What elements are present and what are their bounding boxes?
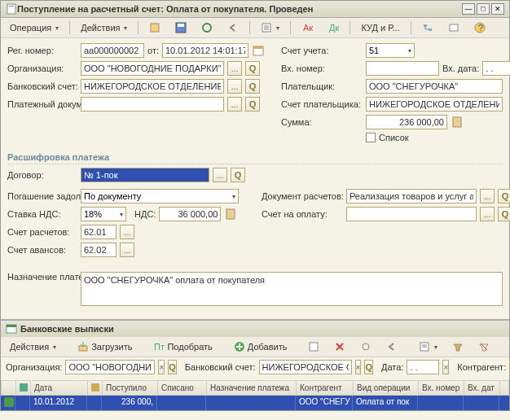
vh-data-input[interactable] bbox=[482, 61, 510, 76]
org-info-button[interactable]: Q bbox=[245, 61, 260, 76]
date-input[interactable] bbox=[162, 43, 248, 58]
payer-label: Плательщик: bbox=[281, 81, 363, 91]
row-status-icon bbox=[4, 397, 14, 407]
nds-label: НДС: bbox=[134, 209, 156, 219]
nds-input[interactable] bbox=[159, 207, 221, 221]
filter-bank-clear[interactable]: × bbox=[355, 360, 362, 374]
filter-bank-q[interactable]: Q bbox=[364, 360, 373, 374]
purpose-textarea[interactable] bbox=[81, 272, 503, 306]
svg-rect-1 bbox=[9, 6, 14, 7]
filter-org-label: Организация: bbox=[6, 362, 62, 372]
paydoc-label: Платежный документ: bbox=[7, 99, 77, 109]
bank-input[interactable] bbox=[81, 79, 224, 94]
org-input[interactable] bbox=[81, 61, 224, 76]
sub-akt-icon[interactable]: Ак bbox=[505, 339, 510, 355]
filter-org-clear[interactable]: × bbox=[158, 360, 165, 374]
vh-nomer-input[interactable] bbox=[366, 61, 439, 76]
load-button[interactable]: Загрузить bbox=[72, 339, 138, 355]
tb-back-icon[interactable] bbox=[222, 20, 244, 36]
schet-rasch-button[interactable]: ... bbox=[120, 225, 134, 239]
vh-nomer-label: Вх. номер: bbox=[281, 63, 363, 73]
schet-oplatu-button[interactable]: ... bbox=[480, 207, 495, 221]
svg-rect-4 bbox=[178, 24, 184, 27]
pogash-combo[interactable]: По документу▾ bbox=[81, 189, 239, 203]
add-button[interactable]: Добавить bbox=[228, 339, 293, 355]
tb-tree-icon[interactable] bbox=[416, 20, 439, 36]
bank-select-button[interactable]: ... bbox=[227, 79, 242, 94]
doc-rasch-input[interactable] bbox=[346, 189, 477, 203]
sub-tb7[interactable] bbox=[473, 339, 495, 355]
payer-input[interactable] bbox=[366, 79, 503, 94]
actions-menu[interactable]: Действия▾ bbox=[75, 20, 133, 35]
reg-number-input[interactable] bbox=[81, 43, 144, 58]
sum-input[interactable] bbox=[366, 115, 447, 129]
table-row[interactable]: 10.01.2012 236 000, ООО "СНЕГУ Оплата от… bbox=[1, 396, 509, 410]
sub-tb5[interactable]: ▾ bbox=[413, 339, 443, 355]
tb-help-icon[interactable]: ? bbox=[468, 20, 491, 36]
paydoc-select-button[interactable]: ... bbox=[227, 97, 242, 112]
bank-info-button[interactable]: Q bbox=[245, 79, 260, 94]
svg-rect-0 bbox=[7, 4, 15, 14]
tb-dkt-icon[interactable]: Дк bbox=[322, 20, 345, 36]
filter-org-input[interactable] bbox=[65, 360, 155, 374]
schet-avans-button[interactable]: ... bbox=[120, 243, 134, 257]
nds-rate-label: Ставка НДС: bbox=[7, 209, 77, 219]
dogovor-select-button[interactable]: ... bbox=[213, 168, 227, 182]
nds-rate-combo[interactable]: 18%▾ bbox=[81, 207, 126, 221]
kudr-button[interactable]: КУД и Р... bbox=[355, 20, 405, 35]
sub-tb3[interactable] bbox=[354, 339, 377, 355]
filter-org-q[interactable]: Q bbox=[168, 360, 177, 374]
schet-oplatu-input[interactable] bbox=[346, 207, 477, 221]
filter-date-input[interactable] bbox=[407, 360, 439, 374]
pogash-label: Погашение задолженности: bbox=[7, 191, 77, 201]
calendar-icon[interactable] bbox=[252, 44, 265, 57]
tb-list-icon[interactable]: ▾ bbox=[255, 20, 285, 36]
paydoc-input[interactable] bbox=[81, 97, 224, 112]
sub-tb1[interactable] bbox=[302, 339, 325, 355]
schet-avans-input[interactable] bbox=[81, 243, 117, 257]
tb-save-icon[interactable] bbox=[169, 20, 192, 36]
sub-actions-menu[interactable]: Действия▾ bbox=[4, 339, 62, 354]
svg-rect-21 bbox=[7, 325, 16, 327]
payer-acc-input[interactable] bbox=[366, 97, 503, 112]
sum-label: Сумма: bbox=[281, 117, 363, 127]
paydoc-info-button[interactable]: Q bbox=[245, 97, 260, 112]
maximize-button[interactable]: □ bbox=[477, 3, 490, 15]
schet-oplatu-info-button[interactable]: Q bbox=[498, 207, 510, 221]
tb-refresh-icon[interactable] bbox=[196, 20, 218, 36]
grid-header: Дата Поступило Списано Назначение платеж… bbox=[1, 380, 509, 396]
nds-calc-icon[interactable] bbox=[224, 208, 237, 221]
sub-tb4[interactable] bbox=[380, 339, 403, 355]
sub-tb2[interactable] bbox=[328, 339, 351, 355]
pick-button[interactable]: ПтПодобрать bbox=[147, 339, 218, 355]
operation-menu[interactable]: Операция▾ bbox=[4, 20, 64, 35]
svg-rect-15 bbox=[253, 46, 263, 49]
dogovor-input[interactable]: № 1-пок bbox=[81, 168, 209, 182]
sub-tb6[interactable] bbox=[446, 339, 469, 355]
doc-rasch-label: Документ расчетов: bbox=[262, 191, 343, 201]
ot-label: от: bbox=[147, 46, 159, 55]
filter-counter-label: Контрагент: bbox=[457, 362, 506, 372]
list-label: Список bbox=[379, 133, 409, 142]
filter-date-clear[interactable]: × bbox=[442, 360, 449, 374]
filter-bank-input[interactable] bbox=[259, 360, 352, 374]
list-checkbox[interactable] bbox=[366, 133, 376, 142]
calc-icon[interactable] bbox=[451, 116, 464, 129]
filter-date-label: Дата: bbox=[381, 362, 403, 372]
svg-text:?: ? bbox=[478, 23, 483, 33]
svg-text:Ак: Ак bbox=[303, 23, 313, 33]
doc-rasch-button[interactable]: ... bbox=[480, 189, 495, 203]
minimize-button[interactable]: — bbox=[462, 3, 475, 15]
purpose-label: Назначение платежа: bbox=[7, 272, 77, 282]
schet-rasch-input[interactable] bbox=[81, 225, 117, 239]
tb-akt-icon[interactable]: Ак bbox=[296, 20, 319, 36]
doc-rasch-info-button[interactable]: Q bbox=[498, 189, 510, 203]
account-combo[interactable]: 51▾ bbox=[366, 43, 415, 58]
svg-rect-2 bbox=[151, 24, 159, 32]
org-select-button[interactable]: ... bbox=[227, 61, 242, 76]
close-button[interactable]: ✕ bbox=[491, 3, 504, 15]
tb-post-icon[interactable] bbox=[143, 20, 166, 36]
tb-link-icon[interactable] bbox=[442, 20, 465, 36]
dogovor-info-button[interactable]: Q bbox=[231, 168, 245, 182]
bank-statements-icon bbox=[6, 323, 17, 335]
